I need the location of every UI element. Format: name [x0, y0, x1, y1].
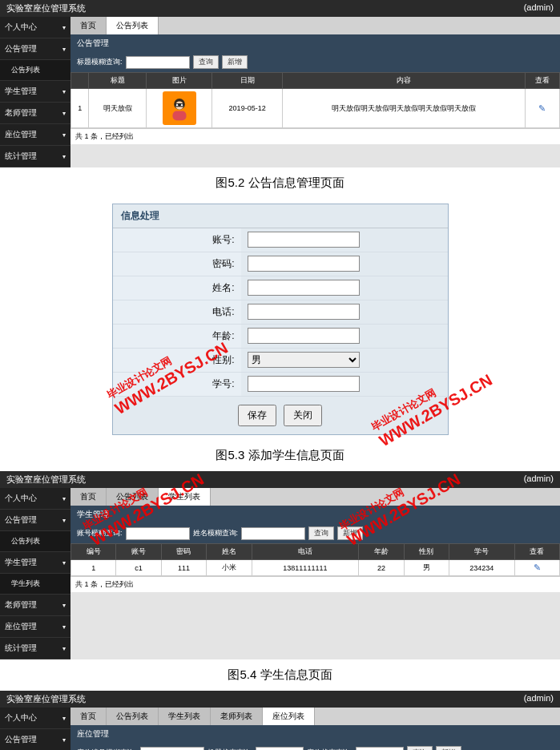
col-pwd: 密码	[161, 544, 206, 560]
sidebar-item-stats[interactable]: 统计管理▾	[0, 146, 71, 167]
sidebar-item-seat[interactable]: 座位管理▾	[0, 616, 71, 638]
chevron-down-icon: ▾	[62, 736, 66, 744]
sidebar-item-student[interactable]: 学生管理▾	[0, 552, 71, 574]
cell-sid: 234234	[449, 560, 515, 576]
cell-phone: 13811111111	[252, 560, 359, 576]
col-idx: 编号	[71, 544, 116, 560]
screenshot-52: 实验室座位管理系统 (admin) 个人中心▾ 公告管理▾ 公告列表 学生管理▾…	[0, 0, 560, 167]
sidebar-item-announce[interactable]: 公告管理▾	[0, 38, 71, 60]
tab-announce-list[interactable]: 公告列表	[107, 17, 159, 34]
search-seat-input[interactable]	[356, 747, 404, 751]
header-user: (admin)	[524, 474, 554, 486]
panel-title: 座位管理	[71, 725, 560, 743]
sidebar-item-student[interactable]: 学生管理▾	[0, 81, 71, 103]
tab-teacher-list[interactable]: 老师列表	[211, 708, 263, 725]
chevron-down-icon: ▾	[62, 623, 66, 631]
sidebar-item-teacher[interactable]: 老师管理▾	[0, 103, 71, 124]
tab-home[interactable]: 首页	[71, 488, 107, 506]
cell-content: 明天放假明天放假明天放假明天放假明天放假	[283, 89, 526, 128]
col-gender: 性别	[404, 544, 449, 560]
save-button[interactable]: 保存	[238, 405, 276, 426]
col-view: 查看	[525, 73, 559, 89]
add-button[interactable]: 新增	[436, 746, 461, 750]
tab-home[interactable]: 首页	[71, 708, 107, 725]
search-name-label: 姓名模糊查询:	[193, 528, 239, 538]
col-content: 内容	[283, 73, 526, 89]
cell-gender: 男	[404, 560, 449, 576]
view-icon: ✎	[534, 562, 541, 572]
search-button[interactable]: 查询	[193, 55, 219, 69]
table-row[interactable]: 1 c1 111 小米 13811111111 22 男 234234 ✎	[71, 560, 560, 576]
search-mach-input[interactable]	[256, 747, 304, 751]
content-area: 首页 公告列表 学生列表 老师列表 座位列表 座位管理 座位编号模糊查询: 机器…	[71, 708, 560, 750]
chevron-down-icon: ▾	[62, 46, 66, 53]
sidebar-item-announce-list[interactable]: 公告列表	[0, 60, 71, 81]
svg-point-5	[180, 103, 183, 106]
label-password: 密码:	[113, 252, 241, 276]
sidebar-item-announce-list[interactable]: 公告列表	[0, 531, 71, 552]
account-field[interactable]	[248, 232, 360, 248]
announce-table: 标题 图片 日期 内容 查看 1 明天放假	[71, 72, 560, 128]
chevron-down-icon: ▾	[62, 24, 66, 31]
add-button[interactable]: 新增	[222, 55, 248, 69]
age-field[interactable]	[248, 328, 360, 344]
search-name-input[interactable]	[241, 527, 305, 540]
search-button[interactable]: 查询	[407, 746, 433, 750]
screenshot-55: 实验室座位管理系统 (admin) 个人中心▾ 公告管理▾ 公告列表 学生列表 …	[0, 691, 560, 750]
label-age: 年龄:	[113, 325, 241, 348]
search-acct-input[interactable]	[126, 527, 190, 540]
cell-pic	[147, 89, 212, 128]
table-row[interactable]: 1 明天放假	[71, 89, 560, 128]
tab-home[interactable]: 首页	[71, 17, 107, 34]
password-field[interactable]	[248, 256, 360, 272]
dialog-title: 信息处理	[113, 204, 448, 228]
cell-view[interactable]: ✎	[514, 560, 559, 576]
app-title: 实验室座位管理系统	[6, 474, 86, 486]
cell-view[interactable]: ✎	[525, 89, 559, 128]
sidebar-item-announce[interactable]: 公告管理▾	[0, 510, 71, 531]
cell-age: 22	[359, 560, 404, 576]
search-button[interactable]: 查询	[308, 526, 334, 540]
table-footer: 共 1 条，已经列出	[71, 128, 560, 144]
chevron-down-icon: ▾	[62, 88, 66, 95]
col-age: 年龄	[359, 544, 404, 560]
add-button[interactable]: 新增	[337, 526, 363, 540]
tab-announce-list[interactable]: 公告列表	[107, 708, 159, 725]
svg-point-4	[175, 103, 178, 106]
tab-seat-list[interactable]: 座位列表	[263, 708, 315, 725]
sidebar-item-personal[interactable]: 个人中心▾	[0, 708, 71, 729]
gender-select[interactable]: 男	[248, 352, 360, 368]
chevron-down-icon: ▾	[62, 153, 66, 160]
tab-announce-list[interactable]: 公告列表	[107, 488, 159, 506]
search-no-input[interactable]	[140, 747, 204, 751]
label-phone: 电话:	[113, 300, 241, 324]
sidebar-item-personal[interactable]: 个人中心▾	[0, 488, 71, 510]
tab-student-list[interactable]: 学生列表	[159, 708, 211, 725]
sidebar-item-seat[interactable]: 座位管理▾	[0, 124, 71, 146]
sidebar-item-personal[interactable]: 个人中心▾	[0, 17, 71, 38]
col-pic: 图片	[147, 73, 212, 89]
label-account: 账号:	[113, 228, 241, 252]
chevron-down-icon: ▾	[62, 645, 66, 652]
sidebar-item-stats[interactable]: 统计管理▾	[0, 638, 71, 659]
sidebar-item-announce[interactable]: 公告管理▾	[0, 729, 71, 750]
close-button[interactable]: 关闭	[284, 405, 322, 426]
info-dialog: 信息处理 账号: 密码: 姓名: 电话: 年龄: 性别:男 学号: 保存 关闭	[112, 204, 449, 435]
tab-student-list[interactable]: 学生列表	[159, 488, 211, 506]
chevron-down-icon: ▾	[62, 602, 66, 609]
search-title-input[interactable]	[126, 56, 190, 69]
app-header: 实验室座位管理系统 (admin)	[0, 691, 560, 708]
app-header: 实验室座位管理系统 (admin)	[0, 0, 560, 17]
sidebar-item-teacher[interactable]: 老师管理▾	[0, 595, 71, 616]
label-gender: 性别:	[113, 349, 241, 372]
chevron-down-icon: ▾	[62, 517, 66, 524]
sid-field[interactable]	[248, 376, 360, 392]
label-sid: 学号:	[113, 373, 241, 396]
phone-field[interactable]	[248, 304, 360, 320]
name-field[interactable]	[248, 280, 360, 296]
cell-pwd: 111	[161, 560, 206, 576]
sidebar-item-student-list[interactable]: 学生列表	[0, 574, 71, 595]
cell-idx: 1	[71, 89, 89, 128]
search-bar: 座位编号模糊查询: 机器状态查询: 座位状态查询: 查询 新增	[71, 743, 560, 750]
sidebar: 个人中心▾ 公告管理▾ 公告列表 学生列表 老师管理▾ 老师列表 座位管理▾ 座…	[0, 708, 71, 750]
